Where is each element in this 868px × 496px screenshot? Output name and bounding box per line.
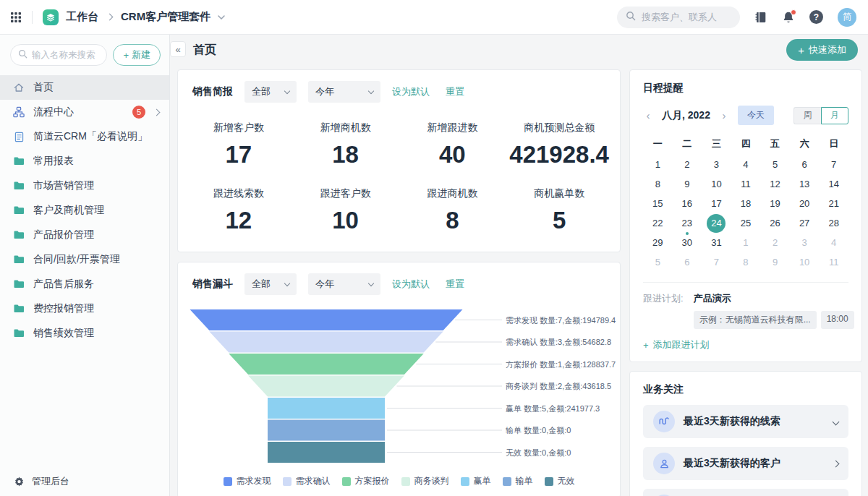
chevron-right-icon[interactable] <box>153 108 161 116</box>
calendar-day[interactable]: 5 <box>760 155 790 174</box>
funnel-segment[interactable] <box>229 354 424 375</box>
calendar-day[interactable]: 7 <box>819 155 848 174</box>
caret-down-icon[interactable] <box>218 15 225 20</box>
legend-item[interactable]: 需求确认 <box>283 475 331 487</box>
chevron-right-icon[interactable] <box>833 460 840 467</box>
legend-item[interactable]: 赢单 <box>461 475 491 487</box>
sidebar-search[interactable] <box>10 44 107 66</box>
app-logo-icon[interactable] <box>43 9 59 25</box>
calendar-day[interactable]: 17 <box>702 194 731 213</box>
chevron-down-icon[interactable] <box>833 418 840 425</box>
period-select[interactable]: 今年 <box>308 273 380 295</box>
sidebar-item[interactable]: 首页 <box>0 75 169 100</box>
sidebar-item[interactable]: 客户及商机管理 <box>0 198 169 223</box>
sidebar-item[interactable]: 费控报销管理 <box>0 296 169 321</box>
calendar-day[interactable]: 26 <box>760 213 790 233</box>
followup-company-tag[interactable]: 示例：无锡简道云科技有限... <box>694 311 817 329</box>
legend-item[interactable]: 需求发现 <box>224 475 271 487</box>
calendar-day[interactable]: 19 <box>760 194 790 213</box>
calendar-day[interactable]: 10 <box>790 252 820 272</box>
prev-month-icon[interactable]: ‹ <box>643 109 653 121</box>
period-select[interactable]: 今年 <box>308 81 380 103</box>
sidebar-item[interactable]: 销售绩效管理 <box>0 321 169 346</box>
sidebar-item-admin[interactable]: 管理后台 <box>0 467 169 496</box>
quick-add-button[interactable]: +快速添加 <box>786 39 858 61</box>
calendar-day[interactable]: 9 <box>760 252 790 272</box>
calendar-day[interactable]: 30 <box>673 233 702 252</box>
global-search-input[interactable] <box>642 12 728 22</box>
funnel-segment[interactable] <box>190 309 463 330</box>
notification-bell-icon[interactable] <box>782 11 795 24</box>
reset-link[interactable]: 重置 <box>446 85 464 98</box>
calendar-day[interactable]: 29 <box>643 233 673 252</box>
calendar-day[interactable]: 27 <box>790 213 820 233</box>
calendar-day[interactable]: 18 <box>731 194 761 213</box>
add-followup-link[interactable]: +添加跟进计划 <box>643 338 710 351</box>
calendar-day[interactable]: 21 <box>819 194 848 213</box>
legend-item[interactable]: 输单 <box>503 475 533 487</box>
calendar-day[interactable]: 2 <box>673 155 702 174</box>
contacts-book-icon[interactable] <box>754 11 767 24</box>
calendar-day[interactable]: 31 <box>702 233 731 252</box>
legend-item[interactable]: 无效 <box>545 475 575 487</box>
calendar-day[interactable]: 25 <box>731 213 761 233</box>
calendar-day[interactable]: 11 <box>731 174 761 194</box>
calendar-day[interactable]: 22 <box>643 213 673 233</box>
calendar-day[interactable]: 4 <box>819 233 848 252</box>
month-toggle[interactable]: 月 <box>821 107 848 124</box>
calendar-day[interactable]: 7 <box>702 252 731 272</box>
scope-select[interactable]: 全部 <box>244 273 297 295</box>
next-month-icon[interactable]: › <box>719 109 729 121</box>
set-default-link[interactable]: 设为默认 <box>392 85 430 98</box>
sidebar-item[interactable]: 合同/回款/开票管理 <box>0 247 169 272</box>
calendar-day[interactable]: 9 <box>673 174 702 194</box>
sidebar-item[interactable]: 产品报价管理 <box>0 223 169 247</box>
calendar-day[interactable]: 8 <box>731 252 761 272</box>
global-search[interactable] <box>617 7 740 28</box>
funnel-segment[interactable] <box>268 442 385 463</box>
today-button[interactable]: 今天 <box>738 106 774 125</box>
calendar-day[interactable]: 10 <box>702 174 731 194</box>
collapse-sidebar-button[interactable]: « <box>170 41 186 57</box>
sidebar-item[interactable]: 常用报表 <box>0 149 169 174</box>
calendar-day[interactable]: 3 <box>702 155 731 174</box>
calendar-day[interactable]: 3 <box>790 233 820 252</box>
sidebar-search-input[interactable] <box>32 50 99 60</box>
calendar-day[interactable]: 14 <box>819 174 848 194</box>
focus-row[interactable]: 最近3天新获得的线索 <box>643 405 848 438</box>
calendar-day[interactable]: 28 <box>819 213 848 233</box>
calendar-day[interactable]: 8 <box>643 174 673 194</box>
app-title[interactable]: CRM客户管理套件 <box>121 10 210 24</box>
set-default-link[interactable]: 设为默认 <box>392 278 430 291</box>
sidebar-item[interactable]: 简道云CRM「必看说明」 <box>0 124 169 149</box>
new-button[interactable]: +新建 <box>113 44 161 66</box>
scope-select[interactable]: 全部 <box>244 81 297 103</box>
funnel-segment[interactable] <box>268 398 385 419</box>
calendar-day[interactable]: 1 <box>731 233 761 252</box>
sidebar-item[interactable]: 市场营销管理 <box>0 174 169 198</box>
calendar-day[interactable]: 11 <box>819 252 848 272</box>
calendar-day[interactable]: 5 <box>643 252 673 272</box>
user-avatar[interactable]: 简 <box>838 8 856 27</box>
sidebar-item[interactable]: 流程中心5 <box>0 100 169 124</box>
calendar-day[interactable]: 4 <box>731 155 761 174</box>
calendar-day[interactable]: 13 <box>790 174 820 194</box>
calendar-day[interactable]: 23 <box>673 213 702 233</box>
week-toggle[interactable]: 周 <box>793 107 821 124</box>
workspace-title[interactable]: 工作台 <box>66 10 98 24</box>
calendar-day[interactable]: 1 <box>643 155 673 174</box>
sidebar-item[interactable]: 产品售后服务 <box>0 272 169 296</box>
legend-item[interactable]: 商务谈判 <box>401 475 449 487</box>
funnel-segment[interactable] <box>209 332 443 353</box>
calendar-day[interactable]: 6 <box>673 252 702 272</box>
calendar-day[interactable]: 2 <box>760 233 790 252</box>
calendar-day[interactable]: 24 <box>702 213 731 233</box>
reset-link[interactable]: 重置 <box>446 278 464 291</box>
calendar-day[interactable]: 12 <box>760 174 790 194</box>
funnel-segment[interactable] <box>248 376 404 397</box>
funnel-segment[interactable] <box>268 420 385 441</box>
focus-row[interactable]: 正在跟进的商机9 <box>643 489 848 496</box>
help-icon[interactable]: ? <box>809 10 823 24</box>
calendar-day[interactable]: 20 <box>790 194 820 213</box>
legend-item[interactable]: 方案报价 <box>342 475 390 487</box>
